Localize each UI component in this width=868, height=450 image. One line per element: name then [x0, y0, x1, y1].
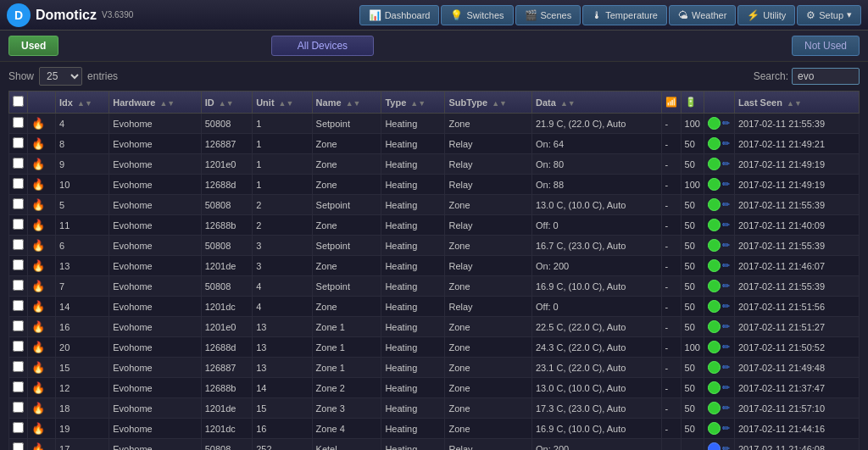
edit-icon[interactable]: ✏	[722, 118, 730, 129]
nav-temperature[interactable]: 🌡 Temperature	[582, 5, 667, 25]
edit-icon[interactable]: ✏	[722, 423, 730, 434]
row-hardware: Evohome	[109, 358, 201, 378]
edit-icon[interactable]: ✏	[722, 179, 730, 190]
col-data[interactable]: Data ▲▼	[531, 92, 661, 114]
edit-icon[interactable]: ✏	[722, 342, 730, 353]
row-checkbox[interactable]	[13, 158, 24, 169]
nav-setup[interactable]: ⚙ Setup ▾	[797, 5, 861, 25]
status-green-icon	[708, 280, 721, 292]
row-lastseen: 2017-02-11 21:51:27	[734, 317, 859, 337]
row-checkbox[interactable]	[13, 361, 24, 372]
search-input[interactable]	[792, 68, 860, 85]
col-type[interactable]: Type ▲▼	[381, 92, 445, 114]
col-lastseen[interactable]: Last Seen ▲▼	[734, 92, 859, 114]
edit-icon[interactable]: ✏	[722, 321, 730, 332]
fire-icon: 🔥	[31, 341, 45, 353]
row-checkbox[interactable]	[13, 137, 24, 148]
edit-icon[interactable]: ✏	[722, 382, 730, 393]
edit-icon[interactable]: ✏	[722, 403, 730, 414]
edit-icon[interactable]: ✏	[722, 240, 730, 251]
edit-icon[interactable]: ✏	[722, 362, 730, 373]
entries-label: entries	[87, 70, 118, 82]
row-lastseen: 2017-02-11 21:55:39	[734, 195, 859, 215]
status-green-icon	[708, 259, 721, 272]
col-subtype[interactable]: SubType ▲▼	[445, 92, 532, 114]
row-signal: -	[661, 256, 681, 276]
row-checkbox[interactable]	[13, 300, 24, 311]
row-type: Heating	[381, 439, 445, 451]
row-checkbox[interactable]	[13, 320, 24, 331]
used-button[interactable]: Used	[8, 36, 58, 56]
row-checkbox[interactable]	[13, 280, 24, 291]
edit-icon[interactable]: ✏	[722, 158, 730, 169]
col-icon	[28, 92, 56, 114]
status-green-icon	[708, 300, 721, 313]
select-all-checkbox[interactable]	[13, 96, 24, 107]
nav-utility[interactable]: ⚡ Utility	[737, 5, 795, 25]
row-signal: -	[661, 398, 681, 419]
row-checkbox[interactable]	[13, 178, 24, 189]
nav-dashboard[interactable]: 📊 Dashboard	[359, 5, 440, 25]
edit-icon[interactable]: ✏	[722, 443, 730, 450]
col-signal: 📶	[661, 92, 681, 114]
row-unit: 2	[253, 215, 312, 236]
row-name: Setpoint	[312, 114, 381, 134]
row-type: Heating	[381, 114, 445, 134]
row-signal: -	[661, 337, 681, 358]
table-row: 🔥 18 Evohome 1201de 15 Zone 3 Heating Zo…	[9, 398, 860, 419]
nav-switches[interactable]: 💡 Switches	[441, 5, 513, 25]
row-unit: 4	[253, 276, 312, 297]
row-actions: ✏	[704, 378, 734, 398]
row-checkbox[interactable]	[13, 198, 24, 209]
nav-scenes[interactable]: 🎬 Scenes	[515, 5, 581, 25]
row-fire-cell: 🔥	[28, 276, 56, 297]
table-row: 🔥 13 Evohome 1201de 3 Zone Heating Relay…	[9, 256, 860, 276]
row-actions: ✏	[704, 215, 734, 236]
table-row: 🔥 4 Evohome 50808 1 Setpoint Heating Zon…	[9, 114, 860, 134]
status-green-icon	[708, 178, 721, 191]
edit-icon[interactable]: ✏	[722, 138, 730, 149]
row-idx: 13	[56, 256, 109, 276]
row-checkbox[interactable]	[13, 219, 24, 230]
row-data: Off: 0	[531, 297, 661, 317]
row-fire-cell: 🔥	[28, 419, 56, 439]
edit-icon[interactable]: ✏	[722, 219, 730, 231]
col-name[interactable]: Name ▲▼	[312, 92, 381, 114]
col-hardware[interactable]: Hardware ▲▼	[109, 92, 201, 114]
row-actions: ✏	[704, 276, 734, 297]
not-used-button[interactable]: Not Used	[792, 36, 860, 56]
row-type: Heating	[381, 154, 445, 175]
edit-icon[interactable]: ✏	[722, 281, 730, 292]
row-subtype: Relay	[445, 439, 532, 451]
col-idx[interactable]: Idx ▲▼	[56, 92, 109, 114]
devices-table: Idx ▲▼ Hardware ▲▼ ID ▲▼ Unit ▲▼ Name ▲▼…	[8, 91, 860, 450]
row-lastseen: 2017-02-11 21:49:19	[734, 175, 859, 195]
col-unit[interactable]: Unit ▲▼	[253, 92, 312, 114]
row-checkbox[interactable]	[13, 259, 24, 270]
row-checkbox-cell	[9, 317, 28, 337]
row-checkbox[interactable]	[13, 402, 24, 413]
row-checkbox[interactable]	[13, 117, 24, 128]
row-actions: ✏	[704, 256, 734, 276]
row-unit: 16	[253, 419, 312, 439]
row-data: 23.1 C, (22.0 C), Auto	[531, 358, 661, 378]
row-checkbox-cell	[9, 439, 28, 451]
row-unit: 13	[253, 337, 312, 358]
all-devices-button[interactable]: All Devices	[271, 36, 374, 56]
col-bat: 🔋	[681, 92, 704, 114]
row-checkbox[interactable]	[13, 239, 24, 250]
row-checkbox[interactable]	[13, 442, 24, 450]
edit-icon[interactable]: ✏	[722, 301, 730, 312]
nav-weather[interactable]: 🌤 Weather	[669, 5, 736, 25]
edit-icon[interactable]: ✏	[722, 199, 730, 210]
col-id[interactable]: ID ▲▼	[201, 92, 252, 114]
show-select[interactable]: 25 10 50 100	[39, 67, 82, 86]
row-checkbox[interactable]	[13, 422, 24, 433]
edit-icon[interactable]: ✏	[722, 260, 730, 271]
row-checkbox-cell	[9, 398, 28, 419]
row-checkbox[interactable]	[13, 341, 24, 352]
row-checkbox[interactable]	[13, 381, 24, 392]
row-checkbox-cell	[9, 256, 28, 276]
row-idx: 8	[56, 134, 109, 154]
row-type: Heating	[381, 236, 445, 256]
